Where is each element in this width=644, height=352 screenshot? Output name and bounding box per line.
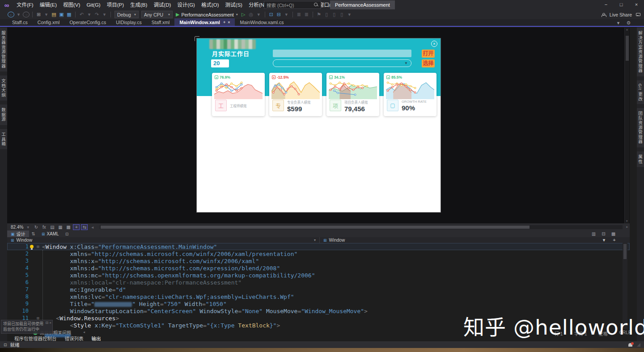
notification-bell-icon[interactable]	[628, 343, 632, 347]
code-line[interactable]: 6 xmlns:local="clr-namespace:Performance…	[7, 279, 630, 286]
menu-item[interactable]: 生成(B)	[127, 0, 150, 10]
indent-decrease-icon[interactable]: ≣	[296, 12, 302, 17]
caret-icon[interactable]: ▾	[101, 12, 108, 17]
scrollbar-thumb[interactable]	[623, 244, 627, 259]
minimize-button[interactable]: −	[598, 0, 614, 10]
menu-item[interactable]: 格式(O)	[198, 0, 222, 10]
toggle-artboard-icon[interactable]: ⇆	[81, 224, 88, 230]
panel-tab[interactable]: 服务器资源管理器	[0, 28, 7, 71]
panel-tab[interactable]: 属性	[637, 151, 644, 167]
close-button[interactable]: ×	[629, 0, 644, 10]
chevron-down-icon[interactable]: ▾	[314, 238, 316, 242]
designer-horizontal-scrollbar[interactable]	[100, 225, 623, 229]
zoom-caret-icon[interactable]: ▾	[25, 225, 31, 230]
show-grid-icon[interactable]: ▤	[49, 225, 55, 230]
start-debugging-button[interactable]: ▶ PerformanceAssessment ▾	[176, 12, 238, 17]
snapline-icon[interactable]: ▩	[65, 225, 72, 230]
scrollbar-thumb[interactable]	[101, 226, 530, 229]
panel-tab[interactable]: 解决方案资源管理器	[637, 28, 644, 76]
effects-icon[interactable]: fx	[41, 225, 47, 230]
window-options-icon[interactable]: ⚙	[625, 20, 632, 26]
caret-icon[interactable]: ▾	[15, 12, 22, 17]
select-button[interactable]: 选择	[422, 59, 435, 67]
caret-icon[interactable]: ▾	[255, 12, 262, 17]
code-line[interactable]: 8 xmlns:lvc="clr-namespace:LiveCharts.Wp…	[7, 293, 630, 300]
staff-dropdown[interactable]: ▼	[273, 59, 411, 67]
code-line[interactable]: 3 xmlns:x="http://schemas.microsoft.com/…	[7, 257, 630, 264]
xaml-view-tab[interactable]: ⊞ XAML	[38, 230, 63, 237]
menu-item[interactable]: 文件(F)	[13, 0, 37, 10]
code-line[interactable]: 4 xmlns:d="http://schemas.microsoft.com/…	[7, 264, 630, 272]
tab-Staff.xml[interactable]: Staff.xml	[147, 18, 175, 26]
menu-item[interactable]: 项目(P)	[104, 0, 127, 10]
path-textbox[interactable]	[273, 50, 411, 57]
pin-icon[interactable]: +	[223, 20, 225, 25]
lightbulb-icon[interactable]	[30, 245, 34, 248]
tab-MainWindow.xaml[interactable]: MainWindow.xaml+×	[174, 18, 235, 26]
split-vertical-icon[interactable]: ▥	[590, 231, 597, 236]
panel-tab[interactable]: 文档大纲	[0, 75, 7, 101]
split-horizontal-icon[interactable]: ⊟	[600, 231, 607, 236]
menu-item[interactable]: 调试(D)	[150, 0, 174, 10]
scrollbar-caret-icon[interactable]: ▾	[601, 237, 607, 243]
split-add-icon[interactable]: +	[611, 237, 618, 243]
open-button[interactable]: 打开	[422, 50, 435, 58]
breadcrumb-left-pane[interactable]: ⊞ Window ▾	[7, 238, 319, 243]
platform-dropdown[interactable]: Any CPU▾	[141, 11, 173, 18]
live-share-button[interactable]: Live Share	[610, 12, 632, 17]
breadcrumb-element[interactable]: Window	[329, 238, 345, 243]
zoom-fit-icon[interactable]: +	[73, 224, 80, 230]
code-line[interactable]: 7 mc:Ignorable="d"	[7, 286, 630, 293]
zoom-level[interactable]: 82.4%	[11, 225, 23, 230]
resize-grip[interactable]	[637, 343, 640, 347]
save-icon[interactable]: ▣	[58, 12, 65, 17]
swap-panes-icon[interactable]: ⇅	[29, 231, 38, 236]
feedback-icon[interactable]	[636, 13, 640, 16]
code-line[interactable]: 2 xmlns="http://schemas.microsoft.com/wi…	[7, 250, 630, 257]
save-all-icon[interactable]: ▦	[66, 12, 72, 17]
search-icon[interactable]	[314, 3, 318, 7]
preview-close-icon[interactable]: ×	[431, 41, 437, 47]
design-canvas[interactable]: 月实际工作日 20 ▼ 打开 选择 × ▴76.9%工工程师绩效▾-12.5%专…	[197, 38, 441, 212]
menu-item[interactable]: Git(G)	[83, 0, 103, 10]
scroll-left-icon[interactable]: ◂	[89, 225, 96, 230]
caret-icon[interactable]: ▾	[283, 12, 290, 17]
fold-collapse-icon[interactable]: ⊟	[35, 244, 41, 249]
refresh-icon[interactable]: ↻	[33, 225, 39, 230]
designer-vertical-scrollbar[interactable]: ▴▾	[624, 28, 629, 223]
caret-icon[interactable]: ▾	[346, 12, 353, 17]
caret-icon[interactable]: ▾	[86, 12, 93, 17]
scrollbar-thumb[interactable]	[626, 36, 629, 61]
menu-item[interactable]: 编辑(E)	[37, 0, 60, 10]
menu-item[interactable]: 测试(S)	[222, 0, 246, 10]
nav-back-icon[interactable]: ←	[8, 12, 14, 17]
popout-icon[interactable]: ⊡	[63, 232, 72, 236]
tab-MainWindow.xaml.cs[interactable]: MainWindow.xaml.cs	[235, 18, 288, 26]
breadcrumb-right-pane[interactable]: ⊞ Window	[320, 238, 348, 243]
bookmark-icon[interactable]: ⚑	[316, 12, 322, 17]
tab-Config.xml[interactable]: Config.xml	[33, 18, 65, 26]
panel-tab[interactable]: Git 更改	[637, 80, 644, 105]
bookmark-next-icon[interactable]: ▯	[331, 12, 338, 17]
doc-overflow-icon[interactable]: ▾	[615, 20, 622, 26]
close-icon[interactable]: ×	[228, 20, 230, 25]
attach-process-icon[interactable]: ◎	[248, 12, 254, 17]
output-window-icon[interactable]: ⊡	[4, 343, 7, 347]
tab-OperateConfig.cs[interactable]: OperateConfig.cs	[64, 18, 111, 26]
xaml-designer-surface[interactable]: 月实际工作日 20 ▼ 打开 选择 × ▴76.9%工工程师绩效▾-12.5%专…	[7, 28, 630, 223]
code-line[interactable]: 1⊟<Window x:Class="PerformanceAssessment…	[7, 243, 630, 250]
tab-Staff.cs[interactable]: Staff.cs	[7, 18, 33, 26]
undo-icon[interactable]: ↶	[78, 12, 85, 17]
caret-icon[interactable]: ▾	[43, 12, 50, 17]
breadcrumb-element[interactable]: Window	[17, 238, 33, 243]
maximize-button[interactable]: □	[614, 0, 629, 10]
tab-UIDisplay.cs[interactable]: UIDisplay.cs	[111, 18, 147, 26]
scroll-right-icon[interactable]: ▸	[626, 225, 628, 229]
start-without-debugging-icon[interactable]: ▷	[240, 12, 247, 17]
panel-tab[interactable]: 团队资源管理器	[637, 108, 644, 147]
redo-icon[interactable]: ↷	[93, 12, 100, 17]
menu-item[interactable]: 视图(V)	[60, 0, 83, 10]
solution-explorer-icon[interactable]: ⊡	[268, 12, 275, 17]
indent-increase-icon[interactable]: ≣	[303, 12, 310, 17]
swap-panes-icon[interactable]: ▩	[610, 231, 617, 236]
